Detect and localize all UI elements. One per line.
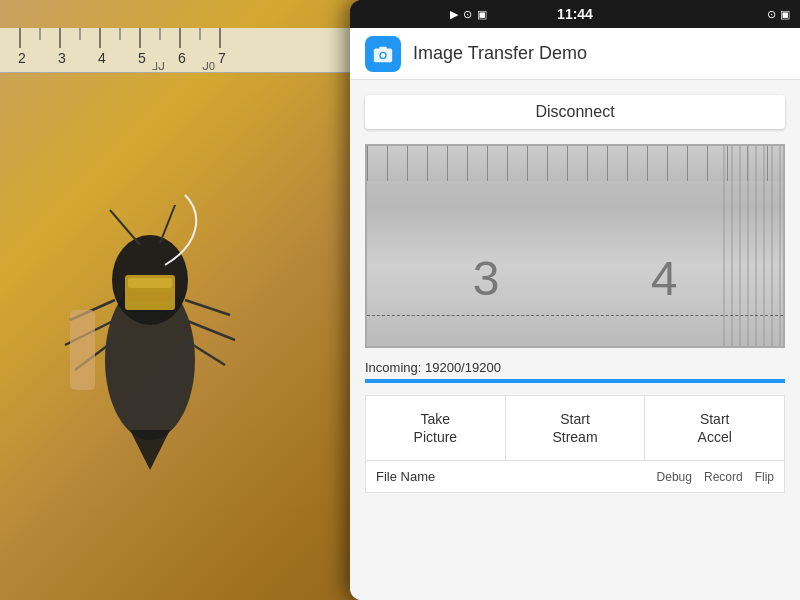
- svg-text:3: 3: [58, 50, 66, 66]
- svg-rect-23: [128, 278, 172, 288]
- preview-numbers: 3 4: [367, 251, 783, 306]
- debug-button[interactable]: Debug: [657, 470, 692, 484]
- svg-line-26: [160, 205, 175, 243]
- camera-preview-inner: 3 4: [367, 146, 783, 346]
- action-buttons: Take Picture Start Stream Start Accel: [365, 395, 785, 461]
- svg-marker-33: [130, 430, 170, 470]
- record-button[interactable]: Record: [704, 470, 743, 484]
- content-area: Disconnect 3 4: [350, 80, 800, 600]
- preview-number-3: 3: [473, 251, 500, 306]
- svg-line-25: [110, 210, 140, 245]
- settings-icon: ⊙: [767, 8, 776, 21]
- preview-vlines: [723, 146, 783, 346]
- camera-icon: [372, 43, 394, 65]
- start-accel-line2: Accel: [698, 429, 732, 445]
- svg-rect-34: [70, 310, 95, 390]
- file-name-label: File Name: [376, 469, 435, 484]
- bottom-row: File Name Debug Record Flip: [365, 461, 785, 493]
- app-icon: [365, 36, 401, 72]
- play-icon: ▶: [450, 8, 458, 21]
- svg-text:0ᒐ: 0ᒐ: [202, 60, 215, 72]
- phone-overlay: 11:44 ▶ ⊙ ▣ ⊙ ▣ Image Transfer Demo: [350, 0, 800, 600]
- preview-number-4: 4: [651, 251, 678, 306]
- preview-ruler: [367, 146, 783, 181]
- progress-bar: [365, 379, 785, 383]
- status-bar: 11:44 ▶ ⊙ ▣ ⊙ ▣: [350, 0, 800, 28]
- incoming-text: Incoming: 19200/19200: [365, 356, 785, 379]
- image-icon: ▣: [477, 8, 487, 21]
- svg-text:2: 2: [18, 50, 26, 66]
- svg-text:6: 6: [178, 50, 186, 66]
- svg-point-37: [381, 53, 386, 58]
- status-left-icons: ▶ ⊙ ▣: [450, 8, 487, 21]
- preview-dashed-line: [367, 315, 783, 316]
- app-title: Image Transfer Demo: [413, 43, 587, 64]
- svg-text:5: 5: [138, 50, 146, 66]
- progress-fill: [365, 379, 785, 383]
- status-time: 11:44: [557, 6, 593, 22]
- start-stream-line2: Stream: [552, 429, 597, 445]
- phone-screen: Image Transfer Demo Disconnect 3: [350, 28, 800, 600]
- ruler: 2 3 4 5 6 7 ᒐL 0ᒐ: [0, 28, 360, 73]
- insect: [20, 80, 320, 530]
- disconnect-button[interactable]: Disconnect: [365, 95, 785, 129]
- status-right-icons: ⊙ ▣: [767, 8, 790, 21]
- flip-button[interactable]: Flip: [755, 470, 774, 484]
- svg-text:4: 4: [98, 50, 106, 66]
- take-picture-button[interactable]: Take Picture: [366, 396, 506, 460]
- svg-rect-38: [379, 46, 386, 49]
- svg-line-30: [185, 300, 230, 315]
- ruler-svg: 2 3 4 5 6 7 ᒐL 0ᒐ: [0, 28, 360, 73]
- camera-preview: 3 4: [365, 144, 785, 348]
- svg-text:ᒐL: ᒐL: [152, 60, 165, 72]
- app-titlebar: Image Transfer Demo: [350, 28, 800, 80]
- start-accel-line1: Start: [700, 411, 730, 427]
- take-picture-line2: Picture: [414, 429, 458, 445]
- start-stream-line1: Start: [560, 411, 590, 427]
- battery-icon: ▣: [780, 8, 790, 21]
- svg-rect-24: [128, 292, 172, 302]
- start-accel-button[interactable]: Start Accel: [645, 396, 784, 460]
- start-stream-button[interactable]: Start Stream: [506, 396, 646, 460]
- bottom-right-buttons: Debug Record Flip: [657, 470, 774, 484]
- take-picture-line1: Take: [421, 411, 451, 427]
- svg-text:7: 7: [218, 50, 226, 66]
- insect-svg: [20, 80, 300, 530]
- wifi-icon: ⊙: [463, 8, 472, 21]
